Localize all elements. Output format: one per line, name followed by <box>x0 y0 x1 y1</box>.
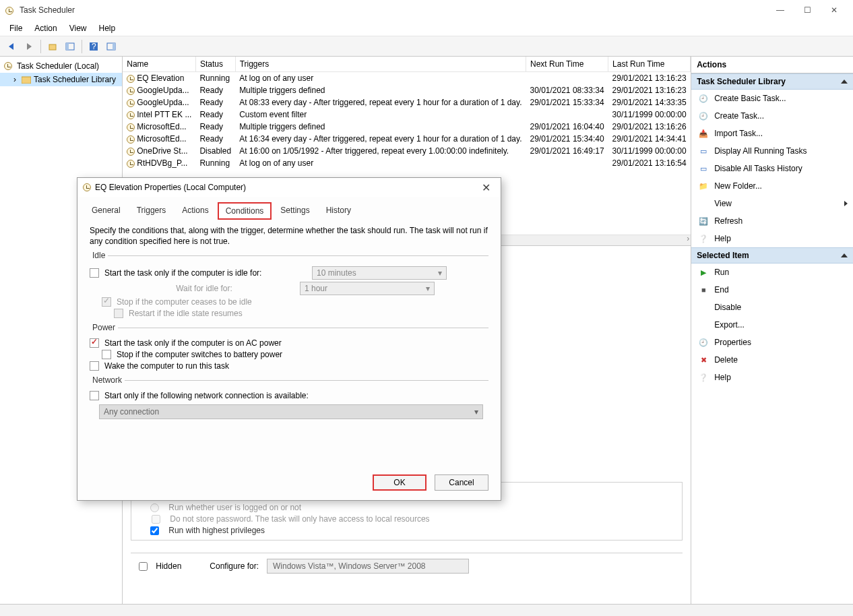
panel-icon[interactable] <box>104 39 119 54</box>
chk-battery-stop[interactable] <box>102 350 111 359</box>
col-triggers[interactable]: Triggers <box>235 57 526 72</box>
table-row[interactable]: MicrosoftEd...ReadyAt 16:34 every day - … <box>123 133 690 145</box>
minimize-button[interactable]: — <box>767 1 794 20</box>
menu-bar: File Action View Help <box>0 20 853 36</box>
table-row[interactable]: MicrosoftEd...ReadyMultiple triggers def… <box>123 121 690 133</box>
col-name[interactable]: Name <box>123 57 195 72</box>
selitem-disable[interactable]: Disable <box>691 299 853 316</box>
hidden-label: Hidden <box>156 561 181 571</box>
network-legend: Network <box>90 375 125 385</box>
configure-combo[interactable]: Windows Vista™, Windows Server™ 2008 <box>267 559 469 574</box>
properties-dialog: EQ Elevation Properties (Local Computer)… <box>77 177 501 501</box>
selitem-export-[interactable]: Export... <box>691 316 853 334</box>
app-icon <box>5 5 15 15</box>
title-bar: Task Scheduler — ☐ ✕ <box>0 0 853 20</box>
selitem-help[interactable]: ❔Help <box>691 369 853 386</box>
collapse-icon[interactable] <box>841 253 848 257</box>
toolbar: ? <box>0 36 853 57</box>
clock-icon <box>83 183 91 191</box>
selitem-end[interactable]: ■End <box>691 281 853 299</box>
dialog-tabs: General Triggers Actions Conditions Sett… <box>77 197 501 220</box>
selitem-run[interactable]: ▶Run <box>691 264 853 281</box>
collapse-icon[interactable] <box>841 80 848 84</box>
chk-idle-start[interactable] <box>90 268 99 278</box>
tab-settings[interactable]: Settings <box>273 202 317 220</box>
col-last[interactable]: Last Run Time <box>608 57 691 72</box>
menu-file[interactable]: File <box>4 22 28 35</box>
dialog-close-button[interactable]: ✕ <box>476 181 495 194</box>
folder-icon <box>22 75 31 84</box>
idle-minutes-select[interactable]: 10 minutes▾ <box>312 266 447 280</box>
chk-highest-priv[interactable]: Run with highest privileges <box>150 526 674 535</box>
svg-rect-0 <box>49 44 56 50</box>
actions-header: Actions <box>691 57 853 73</box>
svg-rect-7 <box>22 77 31 84</box>
help-icon[interactable]: ? <box>86 39 101 54</box>
dialog-title: EQ Elevation Properties (Local Computer) <box>95 183 476 192</box>
action-display-all-running-tasks[interactable]: ▭Display All Running Tasks <box>691 142 853 160</box>
chk-wake[interactable] <box>90 361 99 371</box>
power-legend: Power <box>90 323 118 332</box>
actions-lib-section: Task Scheduler Library <box>691 73 853 90</box>
ok-button[interactable]: OK <box>373 474 426 491</box>
idle-legend: Idle <box>90 251 108 260</box>
network-select[interactable]: Any connection▾ <box>99 404 483 419</box>
conditions-description: Specify the conditions that, along with … <box>90 225 488 247</box>
svg-text:?: ? <box>92 42 96 51</box>
menu-action[interactable]: Action <box>29 22 62 35</box>
tree-root-label: Task Scheduler (Local) <box>17 61 99 71</box>
action-view[interactable]: View <box>691 195 853 212</box>
action-create-task-[interactable]: 🕘Create Task... <box>691 107 853 125</box>
action-disable-all-tasks-history[interactable]: ▭Disable All Tasks History <box>691 160 853 177</box>
chk-idle-stop <box>102 297 111 307</box>
actions-selected-section: Selected Item <box>691 247 853 264</box>
chk-idle-restart <box>114 309 123 318</box>
table-row[interactable]: Intel PTT EK ...ReadyCustom event filter… <box>123 109 690 121</box>
tree-library-label: Task Scheduler Library <box>34 75 116 84</box>
svg-rect-6 <box>113 43 115 50</box>
chk-hidden[interactable] <box>139 562 148 571</box>
radio-logged-on-or-not[interactable]: Run whether user is logged on or not <box>150 503 674 512</box>
selitem-properties[interactable]: 🕘Properties <box>691 334 853 351</box>
tab-history[interactable]: History <box>319 202 358 220</box>
status-bar <box>0 604 853 616</box>
menu-help[interactable]: Help <box>94 22 121 35</box>
show-pane-button[interactable] <box>63 39 77 54</box>
chk-no-store: Do not store password. The task will onl… <box>152 514 674 524</box>
close-button[interactable]: ✕ <box>821 1 848 20</box>
action-refresh[interactable]: 🔄Refresh <box>691 212 853 230</box>
table-row[interactable]: EQ ElevationRunningAt log on of any user… <box>123 72 690 85</box>
actions-pane: Actions Task Scheduler Library 🕘Create B… <box>691 57 853 604</box>
tab-triggers[interactable]: Triggers <box>129 202 174 220</box>
col-status[interactable]: Status <box>195 57 235 72</box>
idle-wait-select[interactable]: 1 hour▾ <box>300 282 435 295</box>
maximize-button[interactable]: ☐ <box>794 1 821 20</box>
up-button[interactable] <box>45 39 60 54</box>
tree-library[interactable]: › Task Scheduler Library <box>0 73 122 86</box>
chk-ac-power[interactable] <box>90 338 99 348</box>
table-row[interactable]: GoogleUpda...ReadyMultiple triggers defi… <box>123 84 690 96</box>
action-create-basic-task-[interactable]: 🕘Create Basic Task... <box>691 90 853 107</box>
table-row[interactable]: GoogleUpda...ReadyAt 08:33 every day - A… <box>123 96 690 109</box>
action-new-folder-[interactable]: 📁New Folder... <box>691 177 853 195</box>
action-import-task-[interactable]: 📥Import Task... <box>691 125 853 142</box>
action-help[interactable]: ❔Help <box>691 230 853 247</box>
clock-icon <box>4 62 12 70</box>
table-row[interactable]: RtHDVBg_P...RunningAt log on of any user… <box>123 157 690 169</box>
svg-rect-2 <box>66 43 69 50</box>
table-row[interactable]: OneDrive St...DisabledAt 16:00 on 1/05/1… <box>123 145 690 157</box>
tree-root[interactable]: Task Scheduler (Local) <box>0 59 122 73</box>
selitem-delete[interactable]: ✖Delete <box>691 351 853 369</box>
back-button[interactable] <box>4 39 19 54</box>
menu-view[interactable]: View <box>64 22 92 35</box>
expand-icon[interactable]: › <box>11 75 19 84</box>
cancel-button[interactable]: Cancel <box>435 474 488 491</box>
window-title: Task Scheduler <box>20 5 767 15</box>
col-next[interactable]: Next Run Time <box>526 57 608 72</box>
tab-general[interactable]: General <box>84 202 128 220</box>
chk-network[interactable] <box>90 391 99 400</box>
configure-label: Configure for: <box>210 561 259 571</box>
tab-actions[interactable]: Actions <box>175 202 216 220</box>
tab-conditions[interactable]: Conditions <box>218 202 272 220</box>
forward-button[interactable] <box>22 39 36 54</box>
